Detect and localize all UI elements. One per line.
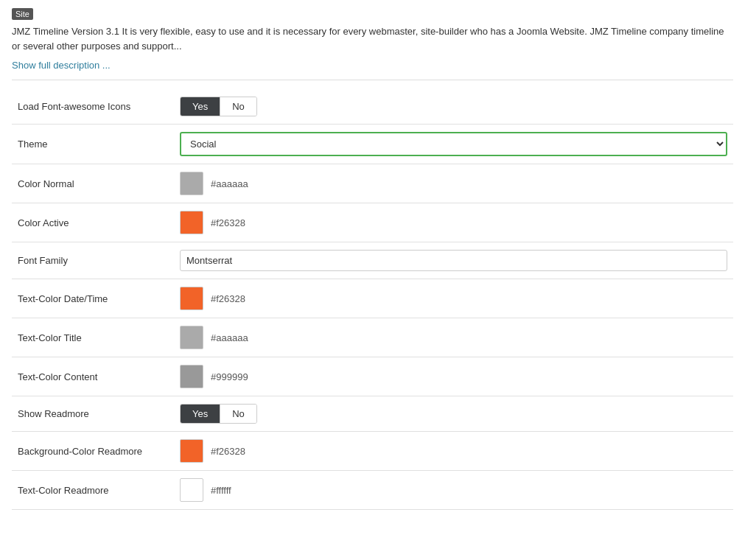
- table-row: Font Family: [12, 242, 733, 279]
- field-control-font-family: [174, 242, 733, 279]
- field-control-text-color-content: #999999: [174, 357, 733, 396]
- field-label-bg-color-readmore: Background-Color Readmore: [12, 432, 174, 471]
- color-normal-row: #aaaaaa: [180, 172, 727, 195]
- field-label-font-family: Font Family: [12, 242, 174, 279]
- bg-color-readmore-value: #f26328: [211, 446, 245, 457]
- color-normal-value: #aaaaaa: [211, 178, 248, 189]
- theme-select[interactable]: Social Classic Modern: [180, 132, 727, 156]
- field-control-show-readmore: Yes No: [174, 396, 733, 432]
- yes-button-font-awesome[interactable]: Yes: [181, 97, 220, 116]
- text-color-title-swatch[interactable]: [180, 326, 203, 349]
- table-row: Color Active #f26328: [12, 203, 733, 242]
- field-label-color-normal: Color Normal: [12, 164, 174, 203]
- field-control-color-normal: #aaaaaa: [174, 164, 733, 203]
- table-row: Background-Color Readmore #f26328: [12, 432, 733, 471]
- text-color-content-value: #999999: [211, 371, 248, 382]
- table-row: Theme Social Classic Modern: [12, 125, 733, 164]
- table-row: Show Readmore Yes No: [12, 396, 733, 432]
- description-text: JMZ Timeline Version 3.1 It is very flex…: [12, 24, 733, 53]
- field-control-text-color-readmore: #ffffff: [174, 471, 733, 510]
- no-button-readmore[interactable]: No: [220, 405, 256, 423]
- field-control-text-color-datetime: #f26328: [174, 279, 733, 318]
- text-color-content-swatch[interactable]: [180, 365, 203, 388]
- field-label-load-font-awesome: Load Font-awesome Icons: [12, 89, 174, 125]
- page-wrapper: Site JMZ Timeline Version 3.1 It is very…: [0, 0, 745, 517]
- table-row: Load Font-awesome Icons Yes No: [12, 89, 733, 125]
- field-label-color-active: Color Active: [12, 203, 174, 242]
- text-color-content-row: #999999: [180, 365, 727, 388]
- yesno-toggle-font-awesome[interactable]: Yes No: [180, 97, 257, 116]
- text-color-readmore-row: #ffffff: [180, 478, 727, 502]
- color-normal-swatch[interactable]: [180, 172, 203, 195]
- text-color-readmore-swatch[interactable]: [180, 478, 203, 502]
- settings-table: Load Font-awesome Icons Yes No Theme Soc…: [12, 89, 733, 510]
- table-row: Text-Color Readmore #ffffff: [12, 471, 733, 510]
- text-color-readmore-value: #ffffff: [211, 485, 231, 496]
- yes-button-readmore[interactable]: Yes: [181, 405, 220, 423]
- site-badge: Site: [12, 8, 33, 20]
- text-color-title-row: #aaaaaa: [180, 326, 727, 349]
- table-row: Text-Color Content #999999: [12, 357, 733, 396]
- table-row: Text-Color Date/Time #f26328: [12, 279, 733, 318]
- color-active-row: #f26328: [180, 211, 727, 234]
- text-color-title-value: #aaaaaa: [211, 332, 248, 343]
- table-row: Color Normal #aaaaaa: [12, 164, 733, 203]
- field-control-bg-color-readmore: #f26328: [174, 432, 733, 471]
- text-color-datetime-swatch[interactable]: [180, 287, 203, 310]
- section-divider: [12, 80, 733, 80]
- show-full-description-link[interactable]: Show full description ...: [12, 60, 111, 71]
- table-row: Text-Color Title #aaaaaa: [12, 318, 733, 357]
- font-family-input[interactable]: [180, 250, 727, 271]
- field-label-show-readmore: Show Readmore: [12, 396, 174, 432]
- text-color-datetime-value: #f26328: [211, 293, 245, 304]
- field-label-text-color-readmore: Text-Color Readmore: [12, 471, 174, 510]
- field-label-text-color-title: Text-Color Title: [12, 318, 174, 357]
- field-label-text-color-content: Text-Color Content: [12, 357, 174, 396]
- bg-color-readmore-row: #f26328: [180, 439, 727, 463]
- yesno-toggle-readmore[interactable]: Yes No: [180, 404, 257, 424]
- bg-color-readmore-swatch[interactable]: [180, 439, 203, 463]
- field-label-text-color-datetime: Text-Color Date/Time: [12, 279, 174, 318]
- color-active-swatch[interactable]: [180, 211, 203, 234]
- field-control-text-color-title: #aaaaaa: [174, 318, 733, 357]
- field-control-color-active: #f26328: [174, 203, 733, 242]
- field-label-theme: Theme: [12, 125, 174, 164]
- field-control-load-font-awesome: Yes No: [174, 89, 733, 125]
- color-active-value: #f26328: [211, 217, 245, 228]
- no-button-font-awesome[interactable]: No: [220, 97, 256, 116]
- field-control-theme: Social Classic Modern: [174, 125, 733, 164]
- text-color-datetime-row: #f26328: [180, 287, 727, 310]
